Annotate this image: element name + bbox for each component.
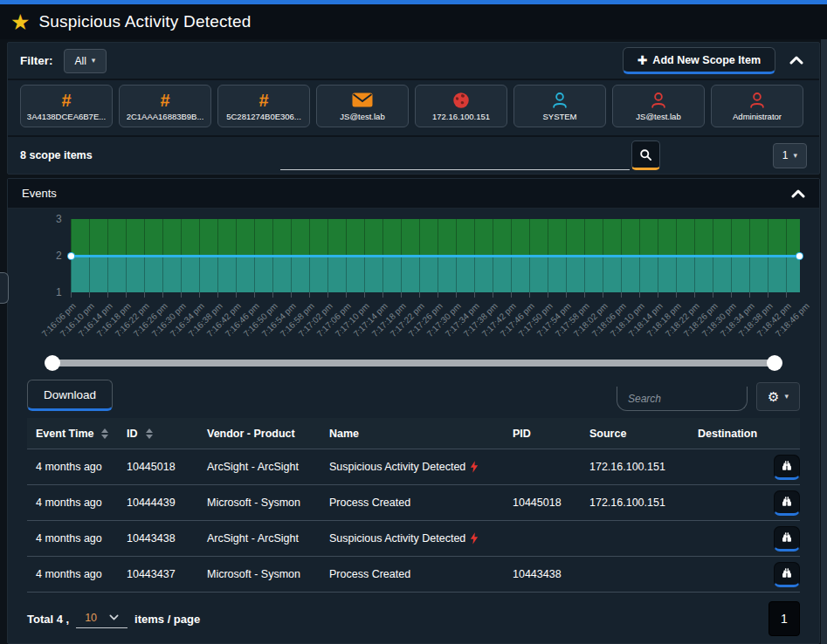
events-section-header[interactable]: Events bbox=[8, 179, 819, 209]
sort-icon[interactable] bbox=[146, 428, 153, 439]
scope-filter-row: Filter: All ▾ ✚ Add New Scope Item bbox=[8, 43, 819, 79]
events-toolbar: Download ⚙ ▾ bbox=[27, 376, 800, 411]
scope-panel: Filter: All ▾ ✚ Add New Scope Item #3A41… bbox=[7, 42, 820, 175]
events-panel: Events 321 7:16:06 pm7:16: bbox=[7, 178, 820, 644]
person-icon bbox=[550, 91, 569, 109]
filter-dropdown[interactable]: All ▾ bbox=[64, 49, 107, 73]
column-header-destination: Destination bbox=[689, 428, 773, 440]
items-per-page-label: items / page bbox=[134, 613, 200, 626]
scope-page-dropdown[interactable]: 1 ▾ bbox=[773, 143, 807, 168]
download-button[interactable]: Download bbox=[27, 380, 113, 411]
hash-icon: # bbox=[258, 91, 268, 109]
cell-pid: 10445018 bbox=[504, 497, 581, 509]
scope-item-label: SYSTEM bbox=[542, 112, 576, 121]
side-panel-handle[interactable] bbox=[0, 272, 9, 304]
line-series bbox=[71, 255, 800, 257]
total-label: Total 4 , bbox=[27, 613, 69, 626]
table-settings-dropdown[interactable]: ⚙ ▾ bbox=[756, 382, 800, 411]
column-header-name: Name bbox=[320, 428, 504, 440]
caret-down-icon: ▾ bbox=[784, 393, 789, 401]
chevron-up-icon bbox=[789, 56, 803, 65]
event-row[interactable]: 4 months ago10444439Microsoft - SysmonPr… bbox=[27, 484, 800, 520]
binoculars-icon bbox=[781, 496, 793, 508]
cell-id: 10445018 bbox=[118, 461, 198, 473]
scope-search-button[interactable] bbox=[631, 140, 660, 170]
cell-name: Suspicious Activity Detected bbox=[320, 532, 504, 545]
items-per-page-select[interactable]: 10 bbox=[76, 610, 127, 628]
scope-item-card[interactable]: #2C1AAA16883B9B... bbox=[119, 85, 211, 127]
slider-handle-left[interactable] bbox=[45, 355, 60, 371]
chevron-down-icon bbox=[109, 614, 119, 620]
scope-item-card[interactable]: JS@test.lab bbox=[316, 85, 409, 127]
envelope-icon bbox=[352, 91, 373, 109]
scope-search bbox=[280, 140, 660, 170]
sort-icon[interactable] bbox=[101, 428, 108, 439]
scope-item-label: Administrator bbox=[733, 112, 782, 121]
caret-down-icon: ▾ bbox=[793, 152, 797, 160]
scope-item-card[interactable]: #5C281274B0E306... bbox=[217, 85, 310, 127]
title-bar: ★ Suspicious Activity Detected bbox=[0, 4, 827, 39]
table-header-row: Event TimeIDVendor - ProductNamePIDSourc… bbox=[27, 418, 800, 449]
chart-plot-area[interactable] bbox=[71, 219, 800, 292]
cell-pid: 10443438 bbox=[504, 568, 581, 580]
column-header-vendor-product: Vendor - Product bbox=[198, 428, 320, 440]
caret-down-icon: ▾ bbox=[92, 57, 96, 65]
collapse-scope-panel-chevron[interactable] bbox=[786, 52, 807, 69]
column-header-event-time[interactable]: Event Time bbox=[27, 428, 118, 440]
inspect-event-button[interactable] bbox=[774, 455, 800, 480]
alert-lightning-icon bbox=[470, 532, 479, 545]
person-icon bbox=[748, 91, 767, 109]
scope-item-label: JS@test.lab bbox=[636, 112, 680, 121]
page-1-button[interactable]: 1 bbox=[768, 601, 800, 636]
table-footer: Total 4 , 10 items / page 1 bbox=[27, 601, 800, 636]
chevron-up-icon bbox=[791, 189, 805, 198]
cell-vendor-product: Microsoft - Sysmon bbox=[198, 568, 320, 580]
plus-icon: ✚ bbox=[637, 54, 648, 66]
scope-item-card[interactable]: JS@test.lab bbox=[612, 85, 705, 127]
cell-event-time: 4 months ago bbox=[27, 461, 118, 473]
scope-item-card[interactable]: 172.16.100.151 bbox=[415, 85, 507, 127]
scope-item-label: 172.16.100.151 bbox=[432, 112, 490, 121]
column-header-source: Source bbox=[581, 428, 689, 440]
hash-icon: # bbox=[61, 91, 71, 109]
binoculars-icon bbox=[781, 567, 793, 579]
binoculars-icon bbox=[781, 460, 793, 472]
y-tick-label: 3 bbox=[56, 213, 62, 225]
items-per-page-value: 10 bbox=[85, 612, 97, 624]
cell-event-time: 4 months ago bbox=[27, 497, 118, 509]
cell-id: 10443437 bbox=[118, 568, 198, 580]
scope-item-label: 5C281274B0E306... bbox=[226, 112, 301, 121]
scope-item-card[interactable]: #3A4138DCEA6B7E... bbox=[20, 85, 113, 127]
column-header-pid: PID bbox=[504, 428, 581, 440]
time-range-slider[interactable] bbox=[48, 355, 779, 371]
inspect-event-button[interactable] bbox=[774, 526, 800, 552]
events-search-input[interactable] bbox=[617, 387, 748, 411]
chart-x-axis-labels: 7:16:06 pm7:16:10 pm7:16:14 pm7:16:18 pm… bbox=[71, 298, 804, 346]
scope-count-label: 8 scope items bbox=[20, 149, 169, 161]
person-icon bbox=[649, 91, 668, 109]
search-icon bbox=[639, 148, 652, 161]
scope-item-label: 3A4138DCEA6B7E... bbox=[27, 112, 106, 121]
scope-item-card[interactable]: SYSTEM bbox=[513, 85, 606, 127]
scope-item-card[interactable]: Administrator bbox=[711, 85, 803, 127]
slider-handle-right[interactable] bbox=[767, 355, 782, 371]
chart-y-axis: 321 bbox=[27, 219, 71, 292]
scope-search-input[interactable] bbox=[280, 147, 630, 170]
events-table: Event TimeIDVendor - ProductNamePIDSourc… bbox=[27, 418, 800, 593]
cell-vendor-product: Microsoft - Sysmon bbox=[198, 497, 320, 509]
add-new-scope-item-button[interactable]: ✚ Add New Scope Item bbox=[623, 47, 775, 74]
line-marker-left bbox=[68, 253, 74, 259]
inspect-event-button[interactable] bbox=[774, 490, 800, 516]
event-row[interactable]: 4 months ago10443438ArcSight - ArcSightS… bbox=[27, 520, 800, 556]
y-tick-label: 1 bbox=[56, 286, 62, 298]
column-header-id[interactable]: ID bbox=[118, 428, 198, 440]
scrollbar[interactable] bbox=[821, 39, 827, 644]
event-row[interactable]: 4 months ago10443437Microsoft - SysmonPr… bbox=[27, 556, 800, 592]
scope-summary-row: 8 scope items 1 ▾ bbox=[8, 135, 819, 174]
filter-value: All bbox=[75, 55, 86, 67]
slider-track[interactable] bbox=[52, 360, 775, 367]
app-window: ★ Suspicious Activity Detected Filter: A… bbox=[0, 0, 827, 644]
event-row[interactable]: 4 months ago10445018ArcSight - ArcSightS… bbox=[27, 449, 800, 484]
scope-page-value: 1 bbox=[782, 149, 789, 161]
inspect-event-button[interactable] bbox=[774, 562, 800, 587]
